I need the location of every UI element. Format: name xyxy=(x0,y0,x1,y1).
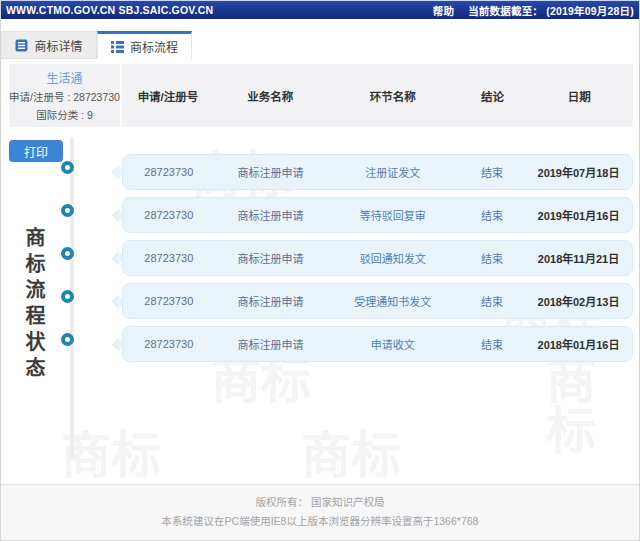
timeline-node xyxy=(61,290,74,303)
site-urls: WWW.CTMO.GOV.CN SBJ.SAIC.GOV.CN xyxy=(6,4,213,16)
copyright-line: 版权所有： 国家知识产权局 xyxy=(256,494,385,509)
row-application-number: 28723730 xyxy=(123,209,215,221)
row-application-number: 28723730 xyxy=(123,295,215,307)
header-application-number: 申请/注册号 xyxy=(122,88,214,104)
timeline-node xyxy=(61,333,74,346)
topbar: WWW.CTMO.GOV.CN SBJ.SAIC.GOV.CN 帮助 当前数据截… xyxy=(1,1,639,19)
vertical-status-title: 商标流程状态 xyxy=(20,227,49,383)
row-application-number: 28723730 xyxy=(123,166,215,178)
tab-trademark-details[interactable]: 商标详情 xyxy=(1,31,97,59)
watermark: 商标 xyxy=(546,356,639,456)
row-business-name: 商标注册申请 xyxy=(215,336,327,352)
row-date: 2018年02月13日 xyxy=(525,293,632,309)
document-icon xyxy=(15,39,28,52)
footer: 版权所有： 国家知识产权局 本系统建议在PC端使用IE8以上版本浏览器分辨率设置… xyxy=(1,484,639,540)
watermark: 商标 xyxy=(211,356,311,406)
row-application-number: 28723730 xyxy=(123,252,215,264)
row-step-link[interactable]: 受理通知书发文 xyxy=(327,293,459,309)
row-date: 2019年01月16日 xyxy=(525,207,632,223)
tab-trademark-process[interactable]: 商标流程 xyxy=(97,31,192,59)
row-business-name: 商标注册申请 xyxy=(215,250,327,266)
row-business-name: 商标注册申请 xyxy=(215,293,327,309)
trademark-info-panel: 生活通 申请/注册号 : 28723730 国际分类 : 9 xyxy=(9,64,120,127)
tab-bar: 商标详情 商标流程 xyxy=(1,31,192,59)
help-link[interactable]: 帮助 xyxy=(433,3,454,18)
row-application-number: 28723730 xyxy=(123,338,215,350)
timeline-node xyxy=(61,247,74,260)
data-cutoff-label: 当前数据截至： (2019年09月28日) xyxy=(468,3,634,18)
row-step-link[interactable]: 申请收文 xyxy=(327,336,459,352)
row-business-name: 商标注册申请 xyxy=(215,164,327,180)
row-conclusion: 结束 xyxy=(459,164,525,180)
row-conclusion: 结束 xyxy=(459,250,525,266)
row-date: 2018年11月21日 xyxy=(525,250,632,266)
page: WWW.CTMO.GOV.CN SBJ.SAIC.GOV.CN 帮助 当前数据截… xyxy=(0,0,640,541)
table-row: 28723730 商标注册申请 注册证发文 结束 2019年07月18日 xyxy=(122,154,633,190)
tab-label: 商标详情 xyxy=(34,37,82,54)
row-date: 2018年01月16日 xyxy=(525,336,632,352)
header-business-name: 业务名称 xyxy=(214,88,326,104)
row-step-link[interactable]: 等待驳回复审 xyxy=(327,207,459,223)
timeline-node xyxy=(61,161,74,174)
tab-label: 商标流程 xyxy=(130,38,178,55)
row-date: 2019年07月18日 xyxy=(525,164,632,180)
trademark-name: 生活通 xyxy=(46,69,82,86)
international-class: 国际分类 : 9 xyxy=(36,107,93,122)
row-conclusion: 结束 xyxy=(459,207,525,223)
table-header: 申请/注册号 业务名称 环节名称 结论 日期 xyxy=(122,64,633,127)
list-icon xyxy=(111,40,124,53)
watermark: 商标 xyxy=(61,431,161,481)
row-step-link[interactable]: 驳回通知发文 xyxy=(327,250,459,266)
print-button[interactable]: 打印 xyxy=(9,140,63,162)
table-row: 28723730 商标注册申请 等待驳回复审 结束 2019年01月16日 xyxy=(122,197,633,233)
row-business-name: 商标注册申请 xyxy=(215,207,327,223)
browser-advice-line: 本系统建议在PC端使用IE8以上版本浏览器分辨率设置高于1366*768 xyxy=(162,513,479,528)
table-row: 28723730 商标注册申请 受理通知书发文 结束 2018年02月13日 xyxy=(122,283,633,319)
table-row: 28723730 商标注册申请 驳回通知发文 结束 2018年11月21日 xyxy=(122,240,633,276)
registration-number: 申请/注册号 : 28723730 xyxy=(9,89,120,104)
topbar-right: 帮助 当前数据截至： (2019年09月28日) xyxy=(433,3,634,18)
header-date: 日期 xyxy=(526,88,633,104)
row-conclusion: 结束 xyxy=(459,293,525,309)
row-conclusion: 结束 xyxy=(459,336,525,352)
timeline-node xyxy=(61,204,74,217)
table-row: 28723730 商标注册申请 申请收文 结束 2018年01月16日 xyxy=(122,326,633,362)
row-step-link[interactable]: 注册证发文 xyxy=(327,164,459,180)
watermark: 商标 xyxy=(301,431,401,481)
header-step-name: 环节名称 xyxy=(326,88,459,104)
header-conclusion: 结论 xyxy=(459,88,525,104)
